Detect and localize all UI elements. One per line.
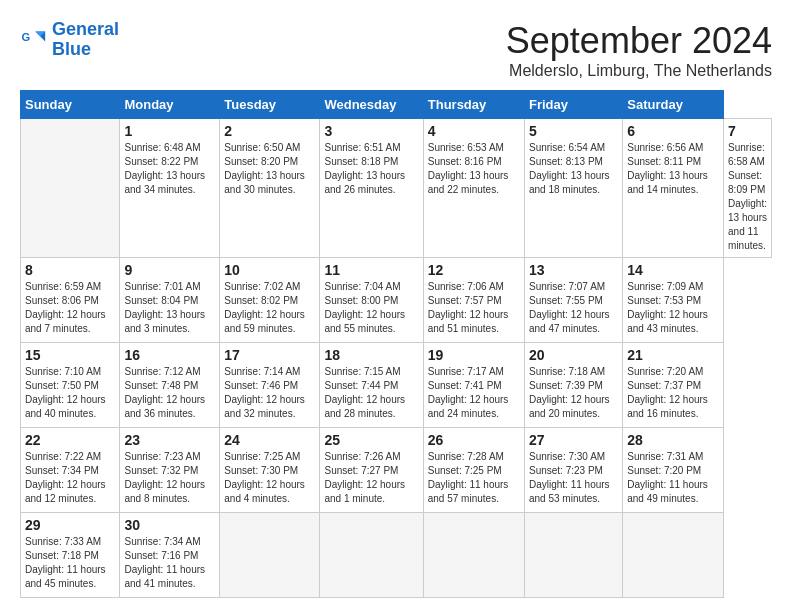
day-info: Sunrise: 6:58 AMSunset: 8:09 PMDaylight:… — [728, 141, 767, 253]
day-info: Sunrise: 7:20 AMSunset: 7:37 PMDaylight:… — [627, 365, 719, 421]
day-info: Sunrise: 7:12 AMSunset: 7:48 PMDaylight:… — [124, 365, 215, 421]
day-cell — [220, 513, 320, 598]
day-number: 9 — [124, 262, 215, 278]
day-info: Sunrise: 6:54 AMSunset: 8:13 PMDaylight:… — [529, 141, 618, 197]
day-cell: 29Sunrise: 7:33 AMSunset: 7:18 PMDayligh… — [21, 513, 120, 598]
day-number: 21 — [627, 347, 719, 363]
day-cell: 7Sunrise: 6:58 AMSunset: 8:09 PMDaylight… — [724, 119, 772, 258]
day-cell: 30Sunrise: 7:34 AMSunset: 7:16 PMDayligh… — [120, 513, 220, 598]
weekday-header: Tuesday — [220, 91, 320, 119]
day-number: 12 — [428, 262, 520, 278]
day-number: 19 — [428, 347, 520, 363]
weekday-header: Saturday — [623, 91, 724, 119]
day-cell: 12Sunrise: 7:06 AMSunset: 7:57 PMDayligh… — [423, 258, 524, 343]
day-info: Sunrise: 7:14 AMSunset: 7:46 PMDaylight:… — [224, 365, 315, 421]
day-cell: 25Sunrise: 7:26 AMSunset: 7:27 PMDayligh… — [320, 428, 423, 513]
weekday-header: Monday — [120, 91, 220, 119]
weekday-header: Wednesday — [320, 91, 423, 119]
day-info: Sunrise: 6:48 AMSunset: 8:22 PMDaylight:… — [124, 141, 215, 197]
calendar: SundayMondayTuesdayWednesdayThursdayFrid… — [20, 90, 772, 598]
day-number: 16 — [124, 347, 215, 363]
day-number: 22 — [25, 432, 115, 448]
day-info: Sunrise: 7:31 AMSunset: 7:20 PMDaylight:… — [627, 450, 719, 506]
day-number: 2 — [224, 123, 315, 139]
day-info: Sunrise: 7:26 AMSunset: 7:27 PMDaylight:… — [324, 450, 418, 506]
day-number: 7 — [728, 123, 767, 139]
day-info: Sunrise: 7:28 AMSunset: 7:25 PMDaylight:… — [428, 450, 520, 506]
day-info: Sunrise: 6:59 AMSunset: 8:06 PMDaylight:… — [25, 280, 115, 336]
day-info: Sunrise: 7:34 AMSunset: 7:16 PMDaylight:… — [124, 535, 215, 591]
day-info: Sunrise: 7:09 AMSunset: 7:53 PMDaylight:… — [627, 280, 719, 336]
day-cell: 27Sunrise: 7:30 AMSunset: 7:23 PMDayligh… — [524, 428, 622, 513]
day-cell: 3Sunrise: 6:51 AMSunset: 8:18 PMDaylight… — [320, 119, 423, 258]
svg-text:G: G — [21, 31, 30, 43]
day-cell: 18Sunrise: 7:15 AMSunset: 7:44 PMDayligh… — [320, 343, 423, 428]
day-info: Sunrise: 7:30 AMSunset: 7:23 PMDaylight:… — [529, 450, 618, 506]
day-info: Sunrise: 7:01 AMSunset: 8:04 PMDaylight:… — [124, 280, 215, 336]
day-number: 27 — [529, 432, 618, 448]
day-number: 4 — [428, 123, 520, 139]
day-cell: 17Sunrise: 7:14 AMSunset: 7:46 PMDayligh… — [220, 343, 320, 428]
day-cell: 28Sunrise: 7:31 AMSunset: 7:20 PMDayligh… — [623, 428, 724, 513]
day-info: Sunrise: 7:33 AMSunset: 7:18 PMDaylight:… — [25, 535, 115, 591]
day-cell: 13Sunrise: 7:07 AMSunset: 7:55 PMDayligh… — [524, 258, 622, 343]
logo-text: General Blue — [52, 20, 119, 60]
day-number: 8 — [25, 262, 115, 278]
day-number: 26 — [428, 432, 520, 448]
day-cell: 9Sunrise: 7:01 AMSunset: 8:04 PMDaylight… — [120, 258, 220, 343]
day-number: 13 — [529, 262, 618, 278]
week-row: 29Sunrise: 7:33 AMSunset: 7:18 PMDayligh… — [21, 513, 772, 598]
day-cell: 10Sunrise: 7:02 AMSunset: 8:02 PMDayligh… — [220, 258, 320, 343]
day-info: Sunrise: 7:22 AMSunset: 7:34 PMDaylight:… — [25, 450, 115, 506]
day-cell: 5Sunrise: 6:54 AMSunset: 8:13 PMDaylight… — [524, 119, 622, 258]
day-cell — [320, 513, 423, 598]
day-cell: 15Sunrise: 7:10 AMSunset: 7:50 PMDayligh… — [21, 343, 120, 428]
logo-line2: Blue — [52, 39, 91, 59]
logo-icon: G — [20, 26, 48, 54]
day-cell: 23Sunrise: 7:23 AMSunset: 7:32 PMDayligh… — [120, 428, 220, 513]
day-number: 23 — [124, 432, 215, 448]
day-number: 15 — [25, 347, 115, 363]
day-info: Sunrise: 6:51 AMSunset: 8:18 PMDaylight:… — [324, 141, 418, 197]
weekday-header: Thursday — [423, 91, 524, 119]
month-title: September 2024 — [506, 20, 772, 62]
logo: G General Blue — [20, 20, 119, 60]
title-block: September 2024 Melderslo, Limburg, The N… — [506, 20, 772, 80]
day-info: Sunrise: 7:23 AMSunset: 7:32 PMDaylight:… — [124, 450, 215, 506]
day-cell: 11Sunrise: 7:04 AMSunset: 8:00 PMDayligh… — [320, 258, 423, 343]
week-row: 1Sunrise: 6:48 AMSunset: 8:22 PMDaylight… — [21, 119, 772, 258]
day-cell: 6Sunrise: 6:56 AMSunset: 8:11 PMDaylight… — [623, 119, 724, 258]
day-number: 5 — [529, 123, 618, 139]
day-cell — [524, 513, 622, 598]
day-cell — [423, 513, 524, 598]
day-info: Sunrise: 7:25 AMSunset: 7:30 PMDaylight:… — [224, 450, 315, 506]
week-row: 22Sunrise: 7:22 AMSunset: 7:34 PMDayligh… — [21, 428, 772, 513]
day-cell: 20Sunrise: 7:18 AMSunset: 7:39 PMDayligh… — [524, 343, 622, 428]
day-number: 10 — [224, 262, 315, 278]
day-number: 30 — [124, 517, 215, 533]
day-number: 11 — [324, 262, 418, 278]
day-info: Sunrise: 7:17 AMSunset: 7:41 PMDaylight:… — [428, 365, 520, 421]
day-info: Sunrise: 6:56 AMSunset: 8:11 PMDaylight:… — [627, 141, 719, 197]
day-cell: 4Sunrise: 6:53 AMSunset: 8:16 PMDaylight… — [423, 119, 524, 258]
day-info: Sunrise: 7:02 AMSunset: 8:02 PMDaylight:… — [224, 280, 315, 336]
day-number: 29 — [25, 517, 115, 533]
day-info: Sunrise: 6:53 AMSunset: 8:16 PMDaylight:… — [428, 141, 520, 197]
empty-cell — [21, 119, 120, 258]
day-number: 18 — [324, 347, 418, 363]
week-row: 8Sunrise: 6:59 AMSunset: 8:06 PMDaylight… — [21, 258, 772, 343]
day-info: Sunrise: 6:50 AMSunset: 8:20 PMDaylight:… — [224, 141, 315, 197]
weekday-header: Sunday — [21, 91, 120, 119]
page-header: G General Blue September 2024 Melderslo,… — [20, 20, 772, 80]
day-cell: 8Sunrise: 6:59 AMSunset: 8:06 PMDaylight… — [21, 258, 120, 343]
day-number: 28 — [627, 432, 719, 448]
day-number: 17 — [224, 347, 315, 363]
day-number: 14 — [627, 262, 719, 278]
day-info: Sunrise: 7:06 AMSunset: 7:57 PMDaylight:… — [428, 280, 520, 336]
day-info: Sunrise: 7:15 AMSunset: 7:44 PMDaylight:… — [324, 365, 418, 421]
day-cell: 22Sunrise: 7:22 AMSunset: 7:34 PMDayligh… — [21, 428, 120, 513]
day-cell: 1Sunrise: 6:48 AMSunset: 8:22 PMDaylight… — [120, 119, 220, 258]
day-number: 20 — [529, 347, 618, 363]
weekday-header-row: SundayMondayTuesdayWednesdayThursdayFrid… — [21, 91, 772, 119]
day-info: Sunrise: 7:10 AMSunset: 7:50 PMDaylight:… — [25, 365, 115, 421]
